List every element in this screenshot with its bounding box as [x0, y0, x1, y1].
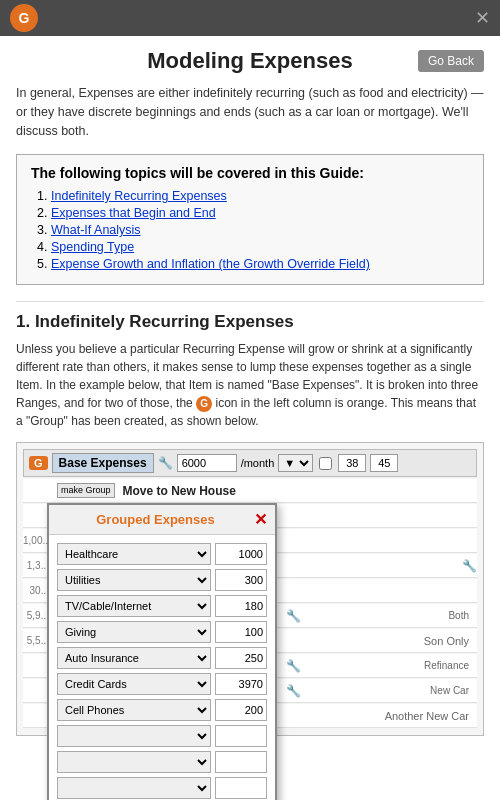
list-item: What-If Analysis — [51, 223, 469, 237]
modal-select-6[interactable]: Cell Phones — [57, 699, 211, 721]
g-badge: G — [29, 456, 48, 470]
topics-list: Indefinitely Recurring Expenses Expenses… — [31, 189, 469, 271]
base-value-input[interactable] — [177, 454, 237, 472]
wrench-icon-8[interactable]: 🔧 — [286, 659, 301, 673]
modal-row-6: Cell Phones — [57, 699, 267, 721]
modal-input-0[interactable] — [215, 543, 267, 565]
wrench-icon-4[interactable]: 🔧 — [462, 559, 477, 573]
modal-title: Grouped Expenses — [57, 512, 254, 527]
modal-input-2[interactable] — [215, 595, 267, 617]
modal-row-5: Credit Cards — [57, 673, 267, 695]
wrench-icon-9[interactable]: 🔧 — [286, 684, 301, 698]
modal-input-1[interactable] — [215, 569, 267, 591]
topic-link-1[interactable]: Indefinitely Recurring Expenses — [51, 189, 227, 203]
modal-empty-row-3 — [57, 777, 267, 799]
expense-sub-9: New Car — [301, 685, 477, 696]
expenses-container: G Base Expenses 🔧 /month ▼ make Group Mo… — [16, 442, 484, 736]
modal-empty-select-3[interactable] — [57, 777, 211, 799]
top-bar: G ✕ — [0, 0, 500, 36]
modal-input-6[interactable] — [215, 699, 267, 721]
modal-select-3[interactable]: Giving — [57, 621, 211, 643]
modal-select-5[interactable]: Credit Cards — [57, 673, 211, 695]
g-icon-inline: G — [196, 396, 212, 412]
modal-empty-row-1 — [57, 725, 267, 747]
modal-input-5[interactable] — [215, 673, 267, 695]
expense-name-1: Move to New House — [119, 484, 477, 498]
topic-link-2[interactable]: Expenses that Begin and End — [51, 206, 216, 220]
grouped-expenses-modal: Grouped Expenses ✕ Healthcare Utilities … — [47, 503, 277, 800]
modal-empty-row-2 — [57, 751, 267, 773]
period-slash: /month — [241, 457, 275, 469]
expense-sub-8: Refinance — [301, 660, 477, 671]
modal-row-4: Auto Insurance — [57, 647, 267, 669]
header-num2[interactable] — [370, 454, 398, 472]
go-back-button[interactable]: Go Back — [418, 50, 484, 72]
modal-select-0[interactable]: Healthcare — [57, 543, 211, 565]
make-group-btn-1[interactable]: make Group — [57, 483, 115, 498]
list-item: Expense Growth and Inflation (the Growth… — [51, 257, 469, 271]
modal-row-1: Utilities — [57, 569, 267, 591]
section-text-1: Unless you believe a particular Recurrin… — [16, 340, 484, 430]
topic-link-5[interactable]: Expense Growth and Inflation (the Growth… — [51, 257, 370, 271]
modal-select-4[interactable]: Auto Insurance — [57, 647, 211, 669]
modal-input-4[interactable] — [215, 647, 267, 669]
list-item: Spending Type — [51, 240, 469, 254]
modal-row-2: TV/Cable/Internet — [57, 595, 267, 617]
intro-text: In general, Expenses are either indefini… — [16, 84, 484, 140]
page-title: Modeling Expenses — [147, 48, 352, 74]
page-header: Modeling Expenses Go Back — [16, 48, 484, 74]
header-checkbox[interactable] — [319, 457, 332, 470]
list-item: Expenses that Begin and End — [51, 206, 469, 220]
modal-empty-input-1[interactable] — [215, 725, 267, 747]
modal-header: Grouped Expenses ✕ — [49, 505, 275, 535]
modal-input-3[interactable] — [215, 621, 267, 643]
wrench-icon[interactable]: 🔧 — [158, 456, 173, 470]
modal-empty-select-2[interactable] — [57, 751, 211, 773]
base-expenses-label: Base Expenses — [52, 453, 154, 473]
topics-box: The following topics will be covered in … — [16, 154, 484, 285]
expense-row-1: make Group Move to New House — [23, 479, 477, 503]
modal-close-icon[interactable]: ✕ — [254, 510, 267, 529]
wrench-icon-6[interactable]: 🔧 — [286, 609, 301, 623]
period-select[interactable]: ▼ — [278, 454, 313, 472]
list-item: Indefinitely Recurring Expenses — [51, 189, 469, 203]
modal-empty-select-1[interactable] — [57, 725, 211, 747]
modal-empty-input-2[interactable] — [215, 751, 267, 773]
topic-link-4[interactable]: Spending Type — [51, 240, 134, 254]
expense-sub-6: Both — [301, 610, 477, 621]
app-logo: G — [10, 4, 38, 32]
header-num1[interactable] — [338, 454, 366, 472]
modal-row-3: Giving — [57, 621, 267, 643]
topics-heading: The following topics will be covered in … — [31, 165, 469, 181]
modal-row-0: Healthcare — [57, 543, 267, 565]
topic-link-3[interactable]: What-If Analysis — [51, 223, 141, 237]
modal-empty-input-3[interactable] — [215, 777, 267, 799]
section-title-1: 1. Indefinitely Recurring Expenses — [16, 301, 484, 332]
modal-select-1[interactable]: Utilities — [57, 569, 211, 591]
main-content: Modeling Expenses Go Back In general, Ex… — [0, 36, 500, 800]
modal-body: Healthcare Utilities TV/Cable/Internet G… — [49, 535, 275, 800]
modal-select-2[interactable]: TV/Cable/Internet — [57, 595, 211, 617]
close-icon[interactable]: ✕ — [475, 7, 490, 29]
expenses-header-row: G Base Expenses 🔧 /month ▼ — [23, 449, 477, 477]
